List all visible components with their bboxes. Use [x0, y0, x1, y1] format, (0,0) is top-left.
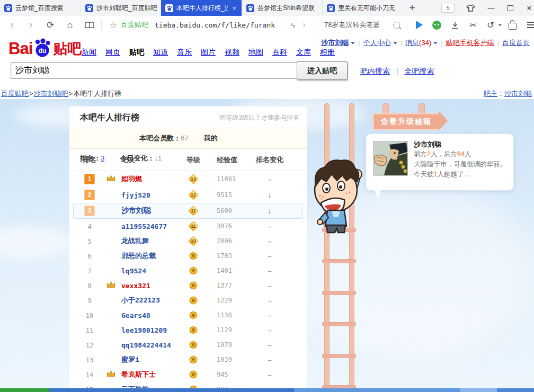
bookmark-star-icon[interactable]: ☆ — [108, 16, 119, 34]
level-cell: 9 — [182, 281, 205, 290]
breadcrumb-root-link[interactable]: 百度贴吧 — [1, 90, 29, 97]
user-link[interactable]: fjyj520 — [121, 191, 150, 199]
nav-album[interactable]: 相册 — [320, 48, 335, 57]
upgrade-tips-ribbon[interactable]: 查看升级秘籍 — [372, 113, 439, 130]
nav-web[interactable]: 网页 — [105, 48, 120, 57]
tab-3-active[interactable]: 本吧牛人排行榜_沙 × — [161, 0, 242, 16]
rank-change: – — [251, 341, 288, 349]
tab-5[interactable]: 里关有无可能小刀无 — [322, 0, 403, 16]
personal-center-link[interactable]: 个人中心 — [363, 38, 391, 48]
caret-down-icon[interactable] — [393, 42, 397, 44]
user-link[interactable]: qq1984224414 — [121, 341, 171, 349]
user-link[interactable]: 希克斯下士 — [121, 370, 156, 379]
crown-slot — [106, 237, 121, 245]
table-row: 6邪恶的总裁91703– — [69, 248, 307, 263]
enter-bar-button[interactable]: 进入贴吧 — [297, 61, 348, 80]
tab-close-icon[interactable]: × — [231, 4, 237, 12]
url-text[interactable]: tieba.baidu.com/f/like/furank — [155, 16, 275, 34]
user-link[interactable]: 姒羽燃 — [121, 174, 142, 184]
tab-1[interactable]: 云梦馆_百度搜索 — [0, 0, 81, 16]
video-play-icon[interactable] — [413, 16, 425, 34]
tab-title: 里关有无可能小刀无 — [338, 4, 398, 13]
tab-2[interactable]: 沙市刘聪吧_百度贴吧 — [81, 0, 161, 16]
chat-icon[interactable] — [431, 16, 442, 34]
menu-burger-icon[interactable] — [526, 16, 534, 34]
lightning-icon[interactable]: ϟ — [289, 16, 297, 34]
my-rank-bubble-card: 沙市刘聪 前方2人，后方64人 大隐隐于市，哥是低调的华丽。 今天被1人超越了… — [366, 133, 514, 191]
ladder-rung — [322, 291, 356, 295]
nav-music[interactable]: 音乐 — [177, 48, 192, 57]
back-icon[interactable]: ‹ — [6, 16, 18, 34]
tab-4[interactable]: 芸梦馆主Shin希望朕 — [242, 0, 322, 16]
top-nav: 新闻 网页 贴吧 知道 音乐 图片 视频 地图 百科 文库 相册 — [82, 48, 335, 57]
user-link[interactable]: 小于222123 — [121, 296, 160, 305]
username-link[interactable]: 沙市刘聪 — [321, 38, 349, 48]
new-tab-button[interactable]: + — [406, 1, 419, 15]
rank-change: – — [251, 252, 288, 260]
user-avatar[interactable] — [373, 141, 408, 176]
divider: | — [396, 67, 398, 75]
ladder-rail-left — [324, 103, 330, 388]
baidu-tieba-logo[interactable]: Bai du 贴吧 — [8, 38, 82, 58]
download-icon[interactable] — [449, 16, 461, 34]
bar-owner-link[interactable]: 沙市刘聪 — [504, 90, 532, 97]
search-in-bar-link[interactable]: 吧内搜索 — [360, 67, 390, 75]
user-link[interactable]: lq9524 — [121, 267, 146, 275]
user-cell: a1195524677 — [106, 222, 191, 230]
undo-icon[interactable]: ↺ — [485, 16, 496, 34]
rank-number: 5 — [87, 238, 91, 245]
undo-dropdown-caret[interactable] — [497, 16, 503, 34]
rank-number: 13 — [86, 357, 93, 364]
burger-glyph — [527, 22, 534, 23]
user-link[interactable]: 邪恶的总裁 — [121, 251, 156, 261]
nav-maps[interactable]: 地图 — [248, 48, 263, 57]
site-label[interactable]: 百度贴吧 — [121, 16, 148, 34]
user-link[interactable]: lee19801209 — [121, 326, 167, 334]
baidu-home-link[interactable]: 百度首页 — [502, 38, 530, 48]
screenshot-scissors-icon[interactable]: ✂ — [467, 16, 479, 34]
user-link[interactable]: 龙战乱舞 — [121, 236, 149, 246]
bar-search-input[interactable] — [11, 62, 298, 79]
maximize-button[interactable] — [502, 0, 518, 16]
nav-baike[interactable]: 百科 — [272, 48, 287, 57]
quick-search-text[interactable]: 78岁老汉转卖老婆 — [324, 16, 380, 34]
level-badge: 8 — [189, 370, 198, 379]
crown-icon — [106, 281, 115, 288]
forward-icon[interactable]: › — [25, 16, 37, 34]
skin-tshirt-icon[interactable] — [464, 1, 477, 15]
search-all-bars-link[interactable]: 全吧搜索 — [404, 67, 434, 75]
messages-link[interactable]: 消息 — [405, 39, 419, 47]
rank-change: – — [251, 311, 288, 319]
nav-images[interactable]: 图片 — [201, 48, 216, 57]
nav-video[interactable]: 视频 — [225, 48, 239, 57]
shopping-bag-icon[interactable] — [506, 16, 518, 34]
rank-cell: 3 — [79, 206, 100, 216]
user-link[interactable]: a1195524677 — [121, 222, 167, 230]
user-link[interactable]: 蜜罗i — [121, 355, 139, 364]
home-icon[interactable]: ⌂ — [64, 16, 76, 34]
messages-group: 消息(34) — [405, 38, 431, 48]
close-button[interactable]: ✕ — [521, 0, 534, 16]
user-cell: 姒羽燃 — [106, 174, 191, 184]
reading-mode-icon[interactable] — [84, 16, 95, 34]
tab-count-badge[interactable]: 5 — [441, 4, 455, 13]
caret-down-icon[interactable] — [351, 42, 355, 44]
minimize-button[interactable]: — — [483, 0, 499, 16]
rank-badge: 2 — [84, 190, 95, 200]
user-link[interactable]: 云下悠悠 — [121, 385, 149, 388]
user-link[interactable]: vexx321 — [121, 282, 150, 290]
tieba-paw-favicon — [85, 4, 93, 12]
search-icon[interactable] — [391, 16, 402, 34]
nav-tieba[interactable]: 贴吧 — [129, 48, 144, 57]
bar-owner-label-link[interactable]: 吧主 — [484, 90, 497, 97]
user-link[interactable]: 沙市刘聪 — [121, 206, 151, 216]
nav-wenku[interactable]: 文库 — [296, 48, 311, 57]
refresh-icon[interactable]: ⟳ — [44, 16, 56, 34]
caret-down-icon[interactable] — [433, 42, 438, 44]
nav-news[interactable]: 新闻 — [82, 48, 96, 57]
mobile-client-link[interactable]: 贴吧手机客户端 — [446, 38, 494, 48]
user-link[interactable]: Gears48 — [121, 311, 150, 319]
expand-chevron-icon[interactable]: › — [300, 16, 308, 34]
breadcrumb-bar-link[interactable]: 沙市刘聪吧 — [34, 90, 68, 97]
nav-zhidao[interactable]: 知道 — [153, 48, 168, 57]
